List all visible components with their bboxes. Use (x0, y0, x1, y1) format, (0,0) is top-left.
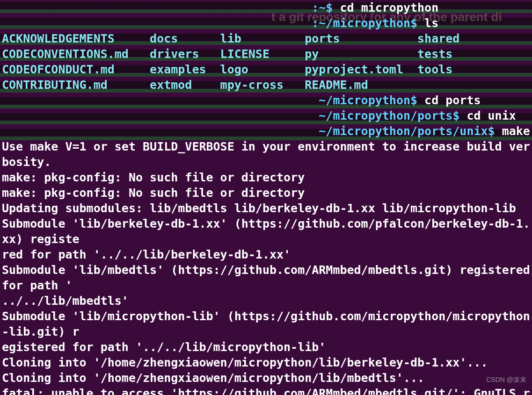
prompt-path-2: :~/micropython$ (312, 16, 424, 30)
spacer (2, 109, 319, 122)
prompt-path-1: :~$ (312, 1, 340, 14)
prompt-path-3: ~/micropython$ (319, 93, 424, 107)
spacer (2, 16, 312, 30)
command-3: cd ports (424, 93, 481, 107)
terminal-output[interactable]: :~$ cd micropython :~/micropython$ ls AC… (2, 0, 530, 395)
command-5: make submodules (502, 124, 532, 138)
spacer (2, 93, 319, 107)
ls-output: ACKNOWLEDGEMENTS CODECONVENTIONS.md CODE… (2, 31, 530, 93)
spacer (2, 1, 312, 14)
command-1: cd micropython (340, 1, 438, 14)
ls-col-4: ports py pyproject.toml README.md (305, 31, 417, 93)
spacer (2, 124, 319, 138)
ls-col-3: lib LICENSE logo mpy-cross (220, 31, 305, 93)
prompt-path-4: ~/micropython/ports$ (319, 109, 466, 122)
command-4: cd unix (466, 109, 516, 122)
prompt-path-5: ~/micropython/ports/unix$ (319, 124, 502, 138)
watermark: CSDN @泼末 (486, 372, 526, 388)
command-2: ls (424, 16, 438, 30)
ls-col-2: docs drivers examples extmod (150, 31, 220, 93)
ls-col-5: shared tests tools (417, 31, 488, 93)
ls-col-1: ACKNOWLEDGEMENTS CODECONVENTIONS.md CODE… (2, 31, 150, 93)
make-output: Use make V=1 or set BUILD_VERBOSE in you… (2, 139, 530, 395)
